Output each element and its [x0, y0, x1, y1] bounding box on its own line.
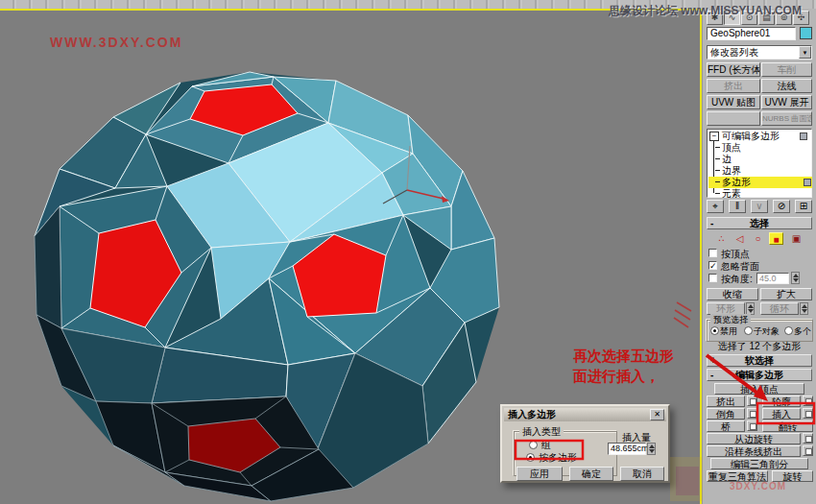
insert-amount-spinner[interactable]: [647, 443, 656, 455]
bevel-settings-button[interactable]: [747, 408, 757, 419]
modifier-button-empty[interactable]: [707, 111, 760, 126]
flip-button[interactable]: 翻转: [762, 420, 813, 432]
subobject-vertex-icon[interactable]: ∴: [714, 232, 729, 245]
edit-polygons-rollout-header[interactable]: - 编辑多边形: [707, 369, 812, 381]
loop-spinner[interactable]: [800, 302, 808, 315]
ignore-backfacing-checkbox[interactable]: ✓: [708, 261, 717, 270]
edit-polygons-title: 编辑多边形: [735, 370, 783, 380]
modifier-list-arrow-icon[interactable]: ▼: [799, 46, 811, 59]
stack-root-row[interactable]: −可编辑多边形: [708, 131, 810, 142]
apply-button[interactable]: 应用: [516, 467, 563, 481]
preview-subobj-radio[interactable]: [744, 326, 753, 335]
hinge-settings-button[interactable]: [803, 433, 813, 444]
selection-rollout-header[interactable]: - 选择: [707, 217, 812, 229]
show-end-result-icon[interactable]: ‖: [729, 200, 746, 213]
by-angle-label: 按角度:: [721, 273, 753, 286]
tree-dash-icon: [715, 147, 720, 148]
extrude-along-spline-settings-button[interactable]: [803, 445, 813, 456]
insert-type-by-polygon-label: 按多边形: [539, 451, 577, 465]
preview-multi-radio[interactable]: [784, 326, 793, 335]
edit-triangulation-button[interactable]: 编辑三角剖分: [710, 458, 808, 469]
ignore-backfacing-label: 忽略背面: [721, 260, 759, 274]
modifier-button-uvw-map[interactable]: UVW 贴图: [707, 95, 760, 109]
extrude-along-spline-button[interactable]: 沿样条线挤出: [707, 445, 801, 457]
subobject-indicator-icon: [800, 132, 807, 140]
collapse-minus-icon: -: [710, 218, 713, 228]
insert-type-by-polygon-radio[interactable]: [526, 453, 535, 462]
bridge-button[interactable]: 桥: [707, 420, 745, 432]
stack-item-label: 边: [722, 154, 732, 164]
subobject-polygon-icon-active[interactable]: ■: [769, 232, 783, 245]
soft-selection-rollout-header[interactable]: + 软选择: [707, 354, 812, 367]
expand-plus-icon: +: [710, 355, 716, 366]
subobject-edge-icon[interactable]: ◁: [732, 232, 747, 245]
cancel-button[interactable]: 取消: [620, 467, 664, 481]
object-name-field[interactable]: GeoSphere01: [707, 27, 796, 40]
modifier-button-unwrap-uvw[interactable]: UVW 展开: [761, 95, 812, 109]
hinge-from-edge-button[interactable]: 从边旋转: [707, 433, 801, 444]
expand-minus-icon[interactable]: −: [709, 132, 719, 141]
shrink-button[interactable]: 收缩: [707, 288, 758, 300]
stack-item-label: 元素: [722, 188, 741, 199]
bridge-settings-button[interactable]: [747, 420, 757, 431]
make-unique-icon[interactable]: ∨: [751, 200, 768, 213]
watermark-top-left: WWW.3DXY.COM: [50, 35, 182, 50]
dialog-close-icon[interactable]: ✕: [650, 409, 664, 420]
object-color-swatch[interactable]: [800, 27, 812, 39]
loop-button[interactable]: 循环: [760, 302, 799, 315]
modifier-list-dropdown[interactable]: 修改器列表: [707, 45, 812, 60]
angle-value-field[interactable]: 45.0: [756, 273, 789, 284]
modifier-button-nurbs[interactable]: NURBS 曲面选择: [761, 111, 812, 126]
stack-item-label: 多边形: [722, 177, 751, 187]
modifier-button-normal[interactable]: 法线: [761, 79, 812, 93]
tree-dash-icon: [715, 158, 720, 159]
stack-item-vertex[interactable]: 顶点: [708, 142, 816, 154]
outline-settings-button[interactable]: [803, 396, 813, 406]
watermark-top-right: 思缘设计论坛 www.MISSYUAN.COM: [609, 3, 802, 19]
dialog-title-bar[interactable]: 插入多边形: [504, 408, 666, 421]
configure-modifier-sets-icon[interactable]: ⊞: [795, 200, 812, 213]
stack-item-label: 边界: [722, 165, 741, 176]
inset-button[interactable]: 插入: [762, 408, 801, 420]
modifier-button-lathe[interactable]: 车削: [761, 62, 812, 77]
inset-settings-button[interactable]: [803, 408, 813, 419]
subobject-border-icon[interactable]: ○: [751, 232, 765, 245]
insert-type-group-radio[interactable]: [529, 441, 538, 449]
grow-button[interactable]: 扩大: [760, 288, 812, 300]
selection-rollout-title: 选择: [750, 218, 769, 228]
collapse-minus-icon: -: [710, 370, 713, 380]
extrude-settings-button[interactable]: [747, 396, 757, 406]
stack-item-polygon-selected[interactable]: 多边形: [708, 177, 812, 188]
annotation-note: 再次选择五边形 面进行插入，: [573, 346, 674, 386]
extrude-button[interactable]: 挤出: [707, 396, 745, 407]
stack-item-label: 顶点: [722, 142, 741, 153]
annotation-line1: 再次选择五边形: [573, 346, 674, 366]
modifier-button-ffd-box[interactable]: FFD (长方体): [707, 62, 760, 77]
by-vertex-checkbox[interactable]: [708, 249, 717, 257]
insert-amount-field[interactable]: 48.655cm: [608, 443, 646, 455]
by-vertex-label: 按顶点: [721, 248, 750, 261]
subobject-element-icon[interactable]: ▣: [789, 232, 804, 245]
subobject-indicator-icon: [804, 179, 811, 186]
insert-type-group-label: 组: [541, 439, 551, 452]
tree-dash-icon: [715, 193, 720, 194]
outline-button[interactable]: 轮廓: [762, 396, 801, 407]
command-panel: ✱ ∿ ⊙ ▤ ⊚ ✣ GeoSphere01 修改器列表 ▼ FFD (长方体…: [702, 9, 816, 504]
preview-disable-radio[interactable]: [710, 326, 719, 335]
stack-item-edge[interactable]: 边: [708, 154, 816, 165]
modifier-stack: −可编辑多边形 顶点 边 边界 多边形 元素: [707, 129, 812, 198]
angle-spinner[interactable]: [791, 272, 800, 284]
bevel-button[interactable]: 倒角: [707, 408, 745, 420]
stack-item-element[interactable]: 元素: [708, 188, 816, 200]
insert-vertex-button[interactable]: 插入顶点: [714, 383, 804, 395]
modifier-button-extrude[interactable]: 挤出: [707, 79, 760, 93]
by-angle-checkbox[interactable]: [708, 274, 717, 282]
ok-button[interactable]: 确定: [569, 467, 613, 481]
watermark-en: www.MISSYUAN.COM: [681, 4, 802, 17]
stack-item-border[interactable]: 边界: [708, 165, 816, 177]
annotation-line2: 面进行插入，: [573, 366, 674, 386]
soft-selection-title: 软选择: [745, 355, 774, 366]
pin-stack-icon[interactable]: ⌖: [707, 200, 724, 213]
tree-dash-icon: [715, 170, 720, 171]
remove-modifier-icon[interactable]: ⊘: [773, 200, 790, 213]
